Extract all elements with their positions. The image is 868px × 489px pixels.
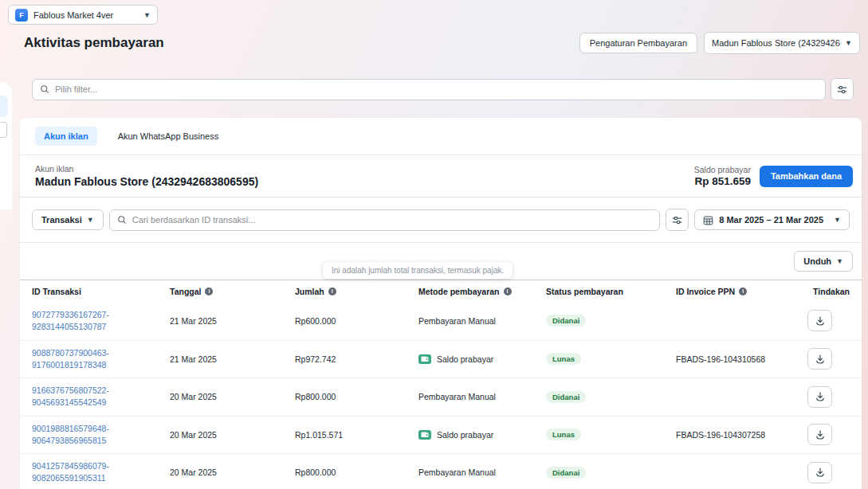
transaction-amount: Rp600.000 (295, 316, 418, 326)
download-icon (815, 467, 826, 478)
transaction-amount: Rp800.000 (295, 467, 418, 477)
calendar-icon (703, 215, 713, 225)
transaction-amount: Rp800.000 (295, 392, 418, 401)
table-row: 9072779336167267-9283144055130787 21 Mar… (20, 302, 862, 340)
invoice-id: FBADS-196-104307258 (676, 430, 807, 440)
info-icon[interactable]: i (504, 288, 512, 295)
account-summary: Akun iklan Madun Fablous Store (24329426… (20, 155, 862, 198)
transaction-filter-button[interactable] (666, 209, 689, 231)
column-header: ID Transaksi (32, 287, 170, 296)
column-header: ID Invoice PPNi (676, 287, 807, 296)
download-icon (815, 354, 826, 365)
page-title: Aktivitas pembayaran (24, 35, 164, 51)
filter-search-input[interactable] (55, 84, 818, 94)
download-icon (815, 429, 826, 440)
invoice-id: FBADS-196-104310568 (676, 354, 807, 364)
download-button[interactable]: Unduh ▼ (794, 251, 853, 272)
chevron-down-icon: ▼ (836, 257, 843, 265)
table-header-row: ID TransaksiTanggaliJumlahiMetode pembay… (20, 280, 862, 302)
info-icon[interactable]: i (205, 288, 213, 295)
payment-method-label: Saldo prabayar (437, 430, 493, 440)
transaction-id-link[interactable]: 9088780737900463-9176001819178348 (32, 348, 109, 370)
download-receipt-button[interactable] (807, 348, 832, 370)
status-badge: Didanai (546, 315, 586, 327)
info-icon[interactable]: i (328, 288, 336, 295)
transaction-id-link[interactable]: 9072779336167267-9283144055130787 (32, 310, 109, 331)
transaction-date: 21 Mar 2025 (170, 354, 295, 364)
info-icon[interactable]: i (739, 288, 747, 295)
status-badge: Didanai (546, 467, 586, 479)
date-range-picker[interactable]: 8 Mar 2025 – 21 Mar 2025 ▼ (694, 209, 850, 230)
add-funds-button[interactable]: Tambahkan dana (760, 166, 853, 187)
column-header: Jumlahi (295, 287, 418, 296)
header-actions: Pengaturan Pembayaran Madun Fablous Stor… (579, 32, 860, 54)
chevron-down-icon: ▼ (87, 216, 94, 224)
transaction-type-dropdown[interactable]: Transaksi ▼ (32, 209, 104, 230)
transaction-date: 20 Mar 2025 (170, 467, 295, 477)
transaction-id-link[interactable]: 9001988816579648-9064793856965815 (32, 424, 109, 445)
download-icon (815, 315, 826, 327)
table-row: 9166376756807522-9045693145542549 20 Mar… (20, 378, 862, 416)
filter-adjust-button[interactable] (831, 78, 854, 100)
status-badge: Didanai (546, 391, 586, 403)
wallet-icon (418, 354, 431, 364)
transaction-date: 21 Mar 2025 (170, 316, 295, 326)
chevron-down-icon: ▼ (834, 216, 841, 224)
search-icon (40, 84, 49, 94)
tab-akun-iklan[interactable]: Akun iklan (35, 127, 97, 146)
transaction-controls: Transaksi ▼ 8 Mar 2025 – 21 Mar 2025 ▼ (20, 198, 862, 243)
payment-method-label: Pembayaran Manual (418, 316, 496, 326)
column-header: Status pembayaran (546, 287, 676, 296)
transaction-search-input[interactable] (132, 215, 653, 225)
balance-value: Rp 851.659 (694, 175, 751, 187)
payment-settings-button[interactable]: Pengaturan Pembayaran (579, 33, 697, 53)
transaction-search-box[interactable] (109, 209, 661, 231)
table-row: 9041257845986079-9082065591905311 20 Mar… (20, 453, 862, 489)
payment-activity-card: Akun iklan Akun WhatsApp Business Akun i… (20, 118, 862, 489)
payment-method-label: Pembayaran Manual (418, 467, 496, 477)
download-receipt-button[interactable] (807, 310, 832, 331)
business-avatar: F (15, 9, 28, 22)
transaction-amount: Rp972.742 (295, 354, 418, 364)
status-badge: Lunas (546, 428, 581, 440)
chevron-down-icon: ▼ (845, 39, 852, 47)
download-receipt-button[interactable] (807, 462, 832, 483)
transaction-amount: Rp1.015.571 (295, 430, 418, 440)
payment-method-label: Saldo prabayar (437, 354, 493, 364)
table-row: 9088780737900463-9176001819178348 21 Mar… (20, 340, 862, 378)
transaction-date: 20 Mar 2025 (170, 392, 295, 401)
business-selector-dropdown[interactable]: F Fablous Market 4ver ▼ (8, 5, 158, 25)
sliders-icon (837, 84, 847, 95)
transaction-id-link[interactable]: 9041257845986079-9082065591905311 (32, 461, 109, 483)
transaction-id-link[interactable]: 9166376756807522-9045693145542549 (32, 385, 109, 407)
business-name: Fablous Market 4ver (33, 10, 139, 20)
status-badge: Lunas (546, 353, 581, 365)
tab-akun-whatsapp-business[interactable]: Akun WhatsApp Business (118, 127, 219, 146)
download-icon (815, 391, 826, 402)
sidebar-active-item[interactable] (0, 96, 8, 117)
download-receipt-button[interactable] (807, 424, 832, 445)
table-row: 9001988816579648-9064793856965815 20 Mar… (20, 416, 862, 454)
account-selector-label: Madun Fablous Store (2432942683806... (712, 38, 840, 48)
column-header: Metode pembayarani (418, 287, 546, 296)
account-type-label: Akun iklan (35, 164, 258, 174)
account-type-tabs: Akun iklan Akun WhatsApp Business (20, 118, 862, 155)
global-filter-bar (32, 78, 854, 100)
search-icon (117, 215, 127, 225)
wallet-icon (418, 430, 431, 440)
sliders-icon (672, 215, 682, 225)
balance-label: Saldo prabayar (694, 165, 751, 174)
sidebar-collapse-button[interactable] (0, 122, 7, 138)
column-header: Tanggali (170, 287, 295, 296)
table-body: 9072779336167267-9283144055130787 21 Mar… (20, 302, 862, 489)
amount-tooltip: Ini adalah jumlah total transaksi, terma… (323, 262, 513, 279)
date-range-label: 8 Mar 2025 – 21 Mar 2025 (719, 215, 823, 225)
payment-method-label: Pembayaran Manual (418, 392, 496, 401)
account-selector-dropdown[interactable]: Madun Fablous Store (2432942683806... ▼ (704, 32, 860, 54)
account-name: Madun Fablous Store (2432942683806595) (35, 175, 258, 188)
filter-search-box[interactable] (32, 79, 826, 100)
column-header: Tindakan (807, 287, 850, 296)
download-receipt-button[interactable] (807, 386, 832, 408)
transaction-date: 20 Mar 2025 (170, 430, 295, 440)
chevron-down-icon: ▼ (143, 11, 151, 19)
